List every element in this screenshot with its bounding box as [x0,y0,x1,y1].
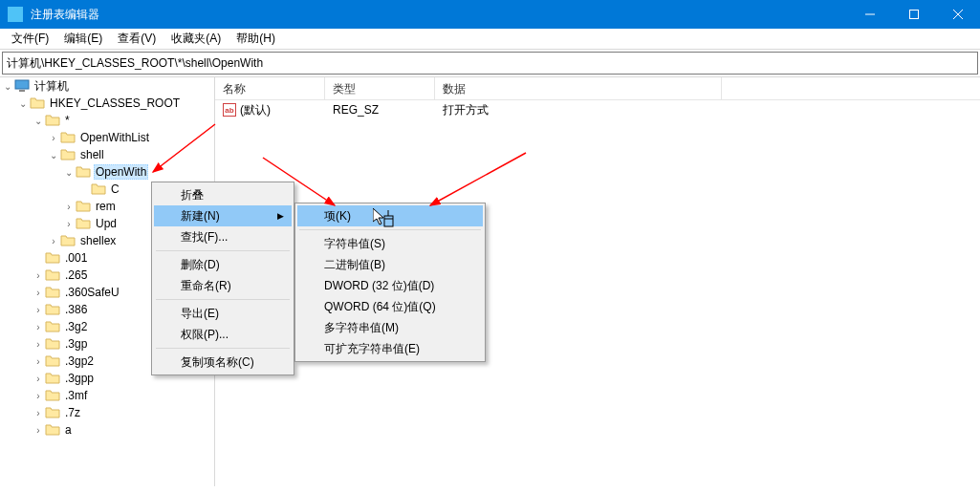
tree-label: .360SafeU [63,286,121,299]
tree-node-computer[interactable]: ⌄ 计算机 [0,77,214,95]
submenu-arrow-icon: ▶ [277,211,284,221]
ctx-new-expand[interactable]: 可扩充字符串值(E) [297,338,483,359]
expander-icon[interactable] [33,253,44,264]
ctx-rename[interactable]: 重命名(R) [154,275,292,296]
folder-icon [60,131,76,144]
separator [156,348,290,349]
separator [299,229,481,230]
list-body: ab (默认) REG_SZ 打开方式 [215,100,980,119]
tree-label: Upd [94,217,119,230]
list-row[interactable]: ab (默认) REG_SZ 打开方式 [215,100,980,119]
menu-favorites[interactable]: 收藏夹(A) [163,29,229,49]
ctx-delete[interactable]: 删除(D) [154,254,292,275]
string-value-icon: ab [223,103,236,117]
expander-icon[interactable]: › [63,219,75,229]
ctx-new[interactable]: 新建(N) ▶ [154,205,292,226]
expander-icon[interactable] [78,184,90,195]
expander-icon[interactable]: ⌄ [48,150,59,160]
expander-icon[interactable]: › [48,133,59,143]
tree-label: .3mf [63,389,89,402]
window-title: 注册表编辑器 [31,7,848,23]
tree-node-hkcr[interactable]: ⌄ HKEY_CLASSES_ROOT [0,95,214,112]
expander-icon[interactable]: › [33,408,44,418]
ctx-new-label: 新建(N) [181,208,220,225]
ctx-find[interactable]: 查找(F)... [154,226,292,247]
ctx-export[interactable]: 导出(E) [154,303,292,324]
expander-icon[interactable]: › [33,322,44,332]
ctx-new-key[interactable]: 项(K) [297,205,483,226]
menu-help[interactable]: 帮助(H) [229,29,283,49]
tree-node[interactable]: › a [0,421,214,439]
menu-file[interactable]: 文件(F) [4,29,56,49]
folder-icon [45,372,60,385]
svg-rect-1 [910,11,919,19]
ctx-new-qword[interactable]: QWORD (64 位)值(Q) [297,296,483,317]
folder-icon [76,217,91,230]
cell-data: 打开方式 [435,102,722,118]
folder-icon [45,406,60,419]
expander-icon[interactable]: › [48,236,59,246]
tree-node-openwithlist[interactable]: › OpenWithList [0,129,214,146]
separator [156,299,290,300]
expander-icon[interactable]: › [33,391,44,401]
expander-icon[interactable]: › [33,425,44,436]
menu-edit[interactable]: 编辑(E) [56,29,110,49]
folder-icon [76,165,91,179]
folder-icon [45,268,60,282]
ctx-new-dword[interactable]: DWORD (32 位)值(D) [297,275,483,296]
folder-icon [45,303,60,316]
tree-label: .3gp [63,337,89,351]
tree-label: .001 [63,251,89,265]
expander-icon[interactable]: › [63,202,75,212]
tree-node-shell[interactable]: ⌄ shell [0,146,214,163]
value-name: (默认) [240,102,271,118]
ctx-new-binary[interactable]: 二进制值(B) [297,254,483,275]
tree-label: OpenWith [94,164,148,180]
expander-icon[interactable]: › [33,270,44,281]
expander-icon[interactable]: › [33,339,44,350]
ctx-new-multi[interactable]: 多字符串值(M) [297,317,483,338]
context-submenu-new: 项(K) 字符串值(S) 二进制值(B) DWORD (32 位)值(D) QW… [294,203,486,362]
tree-node[interactable]: › .3mf [0,387,214,404]
expander-icon[interactable]: ⌄ [17,98,29,109]
expander-icon[interactable]: ⌄ [33,116,44,126]
tree-label: .3g2 [63,320,89,333]
folder-icon [45,423,60,437]
expander-icon[interactable]: › [33,288,44,298]
expander-icon[interactable]: › [33,356,44,367]
tree-node-star[interactable]: ⌄ * [0,112,214,129]
folder-icon [76,200,91,213]
address-bar[interactable]: 计算机\HKEY_CLASSES_ROOT\*\shell\OpenWith [2,52,978,75]
tree-label: .386 [63,303,89,316]
minimize-button[interactable] [848,0,892,29]
column-name[interactable]: 名称 [215,77,325,99]
ctx-permissions[interactable]: 权限(P)... [154,324,292,345]
close-button[interactable] [936,0,980,29]
tree-node-openwith[interactable]: ⌄ OpenWith [0,163,214,181]
menubar: 文件(F) 编辑(E) 查看(V) 收藏夹(A) 帮助(H) [0,29,980,50]
app-icon [8,7,23,22]
ctx-collapse[interactable]: 折叠 [154,184,292,205]
expander-icon[interactable]: ⌄ [2,81,13,92]
tree-label: a [63,423,74,437]
column-data[interactable]: 数据 [435,77,722,99]
folder-icon [45,114,60,127]
cell-type: REG_SZ [325,103,435,117]
ctx-copy-keyname[interactable]: 复制项名称(C) [154,352,292,373]
expander-icon[interactable]: › [33,374,44,384]
folder-icon [91,182,106,196]
folder-icon [45,337,60,351]
folder-icon [45,286,60,299]
tree-node[interactable]: › .7z [0,404,214,421]
expander-icon[interactable]: › [33,305,44,315]
list-header: 名称 类型 数据 [215,77,980,100]
context-menu: 折叠 新建(N) ▶ 查找(F)... 删除(D) 重命名(R) 导出(E) 权… [151,182,294,375]
folder-icon [45,251,60,265]
menu-view[interactable]: 查看(V) [110,29,163,49]
expander-icon[interactable]: ⌄ [63,167,75,178]
column-type[interactable]: 类型 [325,77,435,99]
folder-icon [45,354,60,368]
ctx-new-string[interactable]: 字符串值(S) [297,233,483,254]
svg-rect-4 [15,80,29,89]
maximize-button[interactable] [892,0,936,29]
